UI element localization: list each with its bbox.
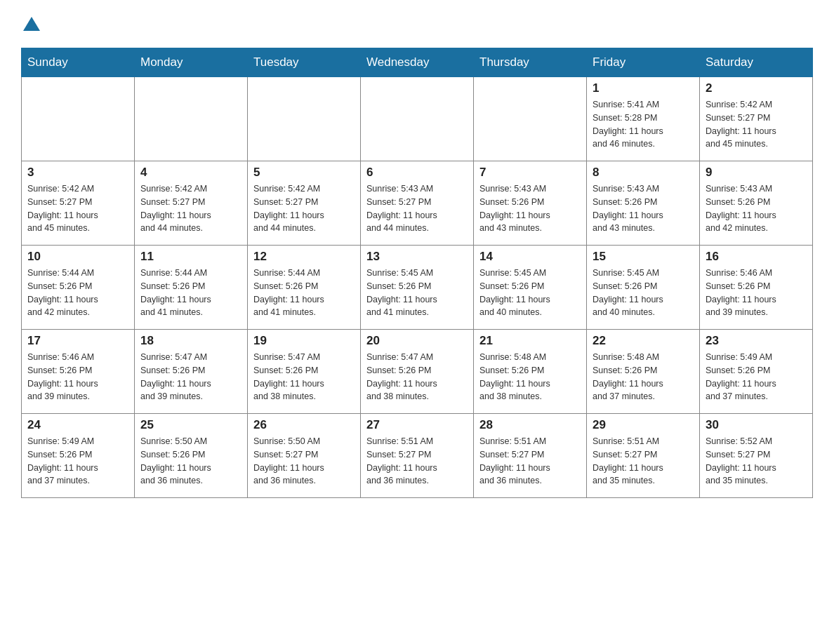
day-info: Sunrise: 5:51 AM Sunset: 5:27 PM Dayligh… xyxy=(593,435,694,488)
calendar-cell xyxy=(22,77,135,161)
day-info: Sunrise: 5:48 AM Sunset: 5:26 PM Dayligh… xyxy=(479,351,581,403)
calendar-cell: 5Sunrise: 5:42 AM Sunset: 5:27 PM Daylig… xyxy=(248,161,361,246)
day-info: Sunrise: 5:45 AM Sunset: 5:26 PM Dayligh… xyxy=(479,267,581,319)
day-info: Sunrise: 5:45 AM Sunset: 5:26 PM Dayligh… xyxy=(593,267,694,319)
day-info: Sunrise: 5:41 AM Sunset: 5:28 PM Dayligh… xyxy=(593,98,694,151)
day-info: Sunrise: 5:45 AM Sunset: 5:26 PM Dayligh… xyxy=(366,267,468,319)
day-info: Sunrise: 5:46 AM Sunset: 5:26 PM Dayligh… xyxy=(27,351,128,403)
calendar-cell: 13Sunrise: 5:45 AM Sunset: 5:26 PM Dayli… xyxy=(361,246,474,330)
day-number: 3 xyxy=(27,166,128,180)
calendar-cell: 3Sunrise: 5:42 AM Sunset: 5:27 PM Daylig… xyxy=(22,161,135,246)
day-info: Sunrise: 5:43 AM Sunset: 5:26 PM Dayligh… xyxy=(479,182,581,235)
calendar-cell: 24Sunrise: 5:49 AM Sunset: 5:26 PM Dayli… xyxy=(22,414,135,498)
day-number: 15 xyxy=(593,250,694,264)
calendar-cell: 23Sunrise: 5:49 AM Sunset: 5:26 PM Dayli… xyxy=(700,330,813,414)
day-number: 10 xyxy=(27,250,128,264)
day-number: 5 xyxy=(253,166,355,180)
day-info: Sunrise: 5:42 AM Sunset: 5:27 PM Dayligh… xyxy=(140,182,241,235)
day-info: Sunrise: 5:49 AM Sunset: 5:26 PM Dayligh… xyxy=(706,351,807,403)
day-info: Sunrise: 5:47 AM Sunset: 5:26 PM Dayligh… xyxy=(140,351,241,403)
calendar-cell: 30Sunrise: 5:52 AM Sunset: 5:27 PM Dayli… xyxy=(700,414,813,498)
day-info: Sunrise: 5:49 AM Sunset: 5:26 PM Dayligh… xyxy=(27,435,128,488)
logo xyxy=(21,14,41,34)
day-number: 18 xyxy=(140,334,241,348)
calendar-cell: 19Sunrise: 5:47 AM Sunset: 5:26 PM Dayli… xyxy=(248,330,361,414)
day-number: 27 xyxy=(366,418,468,432)
day-number: 23 xyxy=(706,334,807,348)
day-number: 12 xyxy=(253,250,355,264)
calendar-cell: 25Sunrise: 5:50 AM Sunset: 5:26 PM Dayli… xyxy=(135,414,248,498)
calendar-cell: 1Sunrise: 5:41 AM Sunset: 5:28 PM Daylig… xyxy=(587,77,700,161)
calendar-cell: 15Sunrise: 5:45 AM Sunset: 5:26 PM Dayli… xyxy=(587,246,700,330)
logo-triangle-icon xyxy=(22,14,41,34)
weekday-header-wednesday: Wednesday xyxy=(361,48,474,77)
calendar-cell: 14Sunrise: 5:45 AM Sunset: 5:26 PM Dayli… xyxy=(474,246,587,330)
calendar-cell xyxy=(135,77,248,161)
calendar-cell: 17Sunrise: 5:46 AM Sunset: 5:26 PM Dayli… xyxy=(22,330,135,414)
calendar-cell: 16Sunrise: 5:46 AM Sunset: 5:26 PM Dayli… xyxy=(700,246,813,330)
day-info: Sunrise: 5:43 AM Sunset: 5:26 PM Dayligh… xyxy=(706,182,807,235)
weekday-header-monday: Monday xyxy=(135,48,248,77)
day-info: Sunrise: 5:48 AM Sunset: 5:26 PM Dayligh… xyxy=(593,351,694,403)
day-number: 25 xyxy=(140,418,241,432)
calendar-cell: 11Sunrise: 5:44 AM Sunset: 5:26 PM Dayli… xyxy=(135,246,248,330)
day-info: Sunrise: 5:44 AM Sunset: 5:26 PM Dayligh… xyxy=(27,267,128,319)
day-number: 2 xyxy=(706,81,807,95)
calendar-table: SundayMondayTuesdayWednesdayThursdayFrid… xyxy=(21,48,813,498)
day-info: Sunrise: 5:51 AM Sunset: 5:27 PM Dayligh… xyxy=(479,435,581,488)
day-number: 16 xyxy=(706,250,807,264)
day-number: 28 xyxy=(479,418,581,432)
weekday-header-tuesday: Tuesday xyxy=(248,48,361,77)
header xyxy=(21,14,813,34)
calendar-cell: 27Sunrise: 5:51 AM Sunset: 5:27 PM Dayli… xyxy=(361,414,474,498)
day-number: 19 xyxy=(253,334,355,348)
calendar-cell: 10Sunrise: 5:44 AM Sunset: 5:26 PM Dayli… xyxy=(22,246,135,330)
day-number: 22 xyxy=(593,334,694,348)
calendar-cell: 28Sunrise: 5:51 AM Sunset: 5:27 PM Dayli… xyxy=(474,414,587,498)
calendar-cell: 12Sunrise: 5:44 AM Sunset: 5:26 PM Dayli… xyxy=(248,246,361,330)
calendar-cell: 22Sunrise: 5:48 AM Sunset: 5:26 PM Dayli… xyxy=(587,330,700,414)
calendar-cell: 6Sunrise: 5:43 AM Sunset: 5:27 PM Daylig… xyxy=(361,161,474,246)
calendar-cell: 29Sunrise: 5:51 AM Sunset: 5:27 PM Dayli… xyxy=(587,414,700,498)
calendar-row-4: 24Sunrise: 5:49 AM Sunset: 5:26 PM Dayli… xyxy=(22,414,813,498)
calendar-cell: 18Sunrise: 5:47 AM Sunset: 5:26 PM Dayli… xyxy=(135,330,248,414)
day-number: 17 xyxy=(27,334,128,348)
day-number: 7 xyxy=(479,166,581,180)
day-info: Sunrise: 5:42 AM Sunset: 5:27 PM Dayligh… xyxy=(706,98,807,151)
day-number: 30 xyxy=(706,418,807,432)
calendar-cell: 2Sunrise: 5:42 AM Sunset: 5:27 PM Daylig… xyxy=(700,77,813,161)
day-info: Sunrise: 5:50 AM Sunset: 5:26 PM Dayligh… xyxy=(140,435,241,488)
calendar-cell xyxy=(361,77,474,161)
calendar-cell: 7Sunrise: 5:43 AM Sunset: 5:26 PM Daylig… xyxy=(474,161,587,246)
day-number: 1 xyxy=(593,81,694,95)
day-info: Sunrise: 5:42 AM Sunset: 5:27 PM Dayligh… xyxy=(27,182,128,235)
day-number: 13 xyxy=(366,250,468,264)
calendar-cell xyxy=(474,77,587,161)
calendar-cell: 4Sunrise: 5:42 AM Sunset: 5:27 PM Daylig… xyxy=(135,161,248,246)
calendar-cell: 21Sunrise: 5:48 AM Sunset: 5:26 PM Dayli… xyxy=(474,330,587,414)
svg-marker-0 xyxy=(23,17,40,31)
day-number: 11 xyxy=(140,250,241,264)
day-number: 24 xyxy=(27,418,128,432)
day-info: Sunrise: 5:44 AM Sunset: 5:26 PM Dayligh… xyxy=(140,267,241,319)
day-info: Sunrise: 5:46 AM Sunset: 5:26 PM Dayligh… xyxy=(706,267,807,319)
weekday-header-row: SundayMondayTuesdayWednesdayThursdayFrid… xyxy=(22,48,813,77)
day-number: 29 xyxy=(593,418,694,432)
calendar-row-3: 17Sunrise: 5:46 AM Sunset: 5:26 PM Dayli… xyxy=(22,330,813,414)
day-info: Sunrise: 5:43 AM Sunset: 5:26 PM Dayligh… xyxy=(593,182,694,235)
calendar-row-2: 10Sunrise: 5:44 AM Sunset: 5:26 PM Dayli… xyxy=(22,246,813,330)
day-number: 26 xyxy=(253,418,355,432)
day-info: Sunrise: 5:52 AM Sunset: 5:27 PM Dayligh… xyxy=(706,435,807,488)
weekday-header-friday: Friday xyxy=(587,48,700,77)
day-info: Sunrise: 5:47 AM Sunset: 5:26 PM Dayligh… xyxy=(253,351,355,403)
calendar-cell: 9Sunrise: 5:43 AM Sunset: 5:26 PM Daylig… xyxy=(700,161,813,246)
day-info: Sunrise: 5:42 AM Sunset: 5:27 PM Dayligh… xyxy=(253,182,355,235)
day-number: 8 xyxy=(593,166,694,180)
day-info: Sunrise: 5:43 AM Sunset: 5:27 PM Dayligh… xyxy=(366,182,468,235)
day-number: 6 xyxy=(366,166,468,180)
calendar-row-1: 3Sunrise: 5:42 AM Sunset: 5:27 PM Daylig… xyxy=(22,161,813,246)
calendar-cell: 26Sunrise: 5:50 AM Sunset: 5:27 PM Dayli… xyxy=(248,414,361,498)
calendar-cell: 8Sunrise: 5:43 AM Sunset: 5:26 PM Daylig… xyxy=(587,161,700,246)
day-info: Sunrise: 5:47 AM Sunset: 5:26 PM Dayligh… xyxy=(366,351,468,403)
day-number: 20 xyxy=(366,334,468,348)
